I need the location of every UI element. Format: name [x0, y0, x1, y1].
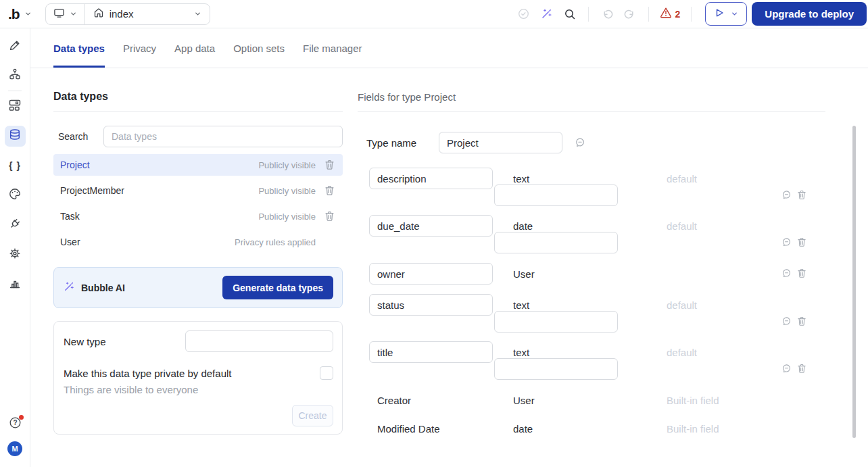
field-row-owner: User — [358, 263, 825, 294]
field-type-label: User — [513, 268, 535, 280]
tab-app-data[interactable]: App data — [174, 28, 215, 68]
delete-field-icon[interactable] — [797, 364, 806, 374]
divider — [53, 111, 343, 112]
search-icon[interactable] — [558, 3, 581, 26]
data-types-panel: Data types Search Project Publicly visib… — [53, 69, 343, 467]
panel-title: Data types — [53, 91, 343, 103]
tab-data-types[interactable]: Data types — [53, 28, 105, 68]
delete-field-icon[interactable] — [797, 316, 806, 326]
field-default-input[interactable] — [494, 232, 618, 253]
monitor-icon — [53, 7, 65, 21]
generate-data-types-button[interactable]: Generate data types — [222, 276, 333, 299]
bubble-ai-card: Bubble AI Generate data types — [53, 267, 343, 308]
field-default-input[interactable] — [494, 358, 618, 380]
sidebar-item-styles[interactable] — [0, 180, 30, 210]
delete-field-icon[interactable] — [797, 190, 806, 200]
field-name-input[interactable] — [369, 168, 493, 189]
comment-icon[interactable] — [781, 364, 792, 374]
editor-sidebar: { } ? M — [0, 28, 30, 467]
upgrade-to-deploy-button[interactable]: Upgrade to deploy — [752, 2, 867, 26]
data-tab-content: Data types Privacy App data Option sets … — [30, 28, 868, 467]
help-button[interactable]: ? — [9, 416, 22, 432]
fields-panel: Fields for type Project Type name text d… — [358, 69, 825, 467]
sidebar-item-settings[interactable] — [0, 240, 30, 270]
bubble-ai-label: Bubble AI — [81, 282, 125, 293]
private-checkbox[interactable] — [320, 366, 333, 380]
question-mark-glyph: ? — [13, 419, 17, 426]
field-type-label: date — [513, 220, 533, 232]
search-input[interactable] — [103, 126, 343, 147]
bubble-logo-menu[interactable]: .b — [8, 6, 32, 22]
field-name-input[interactable] — [369, 341, 493, 363]
delete-field-icon[interactable] — [797, 268, 806, 278]
builtin-field-note: Built-in field — [667, 423, 719, 435]
field-name-input[interactable] — [369, 294, 493, 316]
chevron-down-icon — [194, 8, 201, 20]
field-name-input[interactable] — [369, 263, 493, 285]
notification-dot — [19, 415, 24, 420]
builtin-field-row-modified-date: Modified Date date Built-in field — [358, 418, 825, 447]
type-name-input[interactable] — [439, 132, 562, 153]
create-type-button[interactable]: Create — [292, 405, 333, 426]
saved-check-icon — [512, 3, 535, 26]
bubble-logo: .b — [8, 6, 20, 22]
sidebar-item-workflow[interactable] — [0, 61, 30, 91]
vertical-scrollbar[interactable] — [852, 126, 856, 438]
sidebar-item-reusables[interactable] — [0, 91, 30, 121]
comment-icon[interactable] — [781, 190, 792, 200]
user-avatar[interactable]: M — [7, 441, 22, 456]
comment-icon[interactable] — [781, 237, 792, 247]
field-default-label: default — [667, 173, 697, 185]
new-type-label: New type — [64, 336, 106, 347]
chevron-down-icon — [70, 8, 77, 20]
sidebar-item-logs[interactable] — [0, 270, 30, 299]
delete-field-icon[interactable] — [797, 237, 806, 247]
delete-type-icon[interactable] — [324, 159, 335, 170]
device-view-dropdown[interactable] — [46, 4, 85, 24]
privacy-status: Publicly visible — [258, 160, 316, 170]
tab-file-manager[interactable]: File manager — [303, 28, 362, 68]
active-tab-highlight — [5, 126, 26, 147]
data-type-row-project[interactable]: Project Publicly visible — [53, 154, 343, 176]
home-icon — [93, 7, 104, 20]
comment-icon[interactable] — [781, 268, 792, 278]
new-type-name-input[interactable] — [185, 330, 333, 352]
issue-checker[interactable]: 2 — [656, 7, 685, 21]
components-icon — [8, 99, 22, 114]
preview-button[interactable] — [705, 2, 747, 26]
field-name-input[interactable] — [369, 215, 493, 237]
data-type-row-projectmember[interactable]: ProjectMember Publicly visible — [53, 180, 343, 201]
top-toolbar: .b index 2 — [0, 0, 868, 28]
plug-icon — [8, 217, 22, 233]
field-type-label: text — [513, 173, 529, 185]
toolbar-separator — [588, 7, 589, 22]
tab-option-sets[interactable]: Option sets — [233, 28, 285, 68]
play-icon — [714, 7, 725, 21]
data-type-row-user[interactable]: User Privacy rules applied — [53, 231, 343, 253]
undo-icon[interactable] — [596, 3, 619, 26]
comment-icon[interactable] — [575, 137, 585, 148]
workflow-icon — [8, 68, 22, 84]
sidebar-item-plugins[interactable] — [0, 210, 30, 240]
field-default-input[interactable] — [494, 311, 618, 333]
delete-type-icon[interactable] — [324, 211, 335, 222]
issue-count: 2 — [675, 9, 681, 20]
data-type-row-task[interactable]: Task Publicly visible — [53, 205, 343, 227]
sidebar-item-design[interactable] — [0, 31, 30, 61]
field-default-input[interactable] — [494, 185, 618, 206]
redo-icon[interactable] — [619, 3, 642, 26]
database-icon — [8, 128, 22, 144]
ai-wand-icon — [63, 280, 75, 295]
sidebar-item-data[interactable] — [0, 121, 30, 151]
field-row-description: text default — [358, 168, 825, 215]
palette-icon — [8, 187, 22, 203]
privacy-status: Publicly visible — [258, 186, 316, 196]
sidebar-item-backend[interactable]: { } — [0, 151, 30, 180]
tab-privacy[interactable]: Privacy — [123, 28, 156, 68]
delete-type-icon[interactable] — [324, 185, 335, 196]
page-dropdown[interactable]: index — [85, 4, 210, 24]
comment-icon[interactable] — [781, 316, 792, 326]
ai-wand-icon[interactable] — [535, 3, 558, 26]
field-row-status: text default — [358, 294, 825, 341]
toolbar-separator — [648, 7, 649, 22]
